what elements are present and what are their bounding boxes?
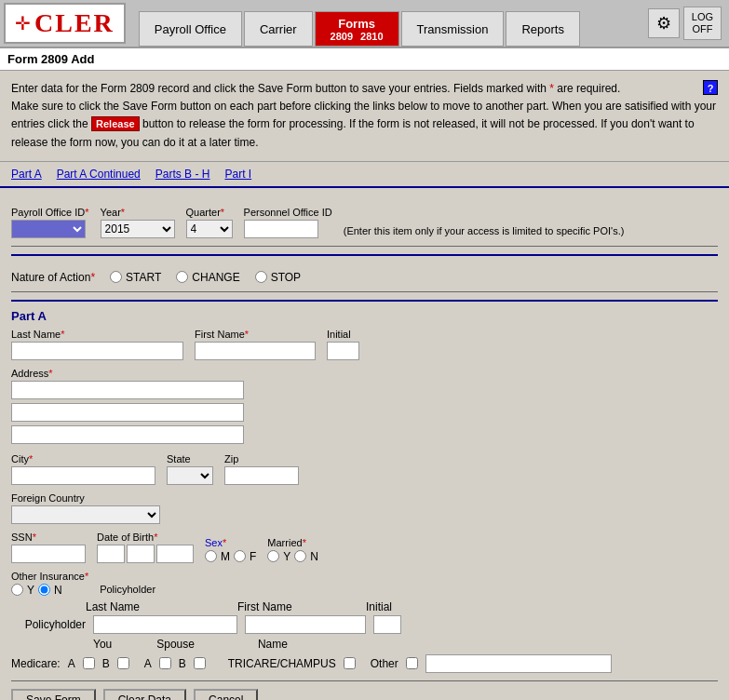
clear-button[interactable]: Clear Data — [103, 689, 186, 700]
zip-group: Zip — [224, 453, 299, 485]
policyholder-group: Policyholder — [100, 584, 155, 597]
address-input-1[interactable] — [11, 381, 244, 399]
payroll-row: Payroll Office ID* Year* 2015 — [11, 207, 718, 238]
medicare-row: Medicare: A B A B TRICARE/CHAMPUS Other — [11, 654, 718, 673]
name-header: Name — [258, 638, 288, 651]
foreign-country-select[interactable] — [11, 505, 160, 524]
city-state-zip-row: City* State Zip — [11, 453, 718, 485]
noa-label: Nature of Action* — [11, 271, 95, 284]
you-b-label: B — [102, 657, 110, 670]
ssn-input[interactable] — [11, 545, 86, 563]
insurance-col-headers: Last Name First Name Initial — [11, 600, 718, 613]
first-name-label: First Name* — [195, 329, 316, 340]
medicare-you-a-checkbox[interactable] — [83, 657, 95, 669]
personnel-office-id-label: Personnel Office ID — [244, 207, 332, 218]
req-marker: * — [549, 82, 554, 95]
other-insurance-n-radio[interactable] — [38, 584, 50, 596]
married-group: Married* Y N — [267, 537, 318, 563]
year-label: Year* — [101, 207, 175, 218]
spouse-a-label: A — [144, 657, 152, 670]
personnel-office-id-input[interactable] — [244, 220, 318, 238]
sex-label: Sex* — [205, 537, 256, 548]
zip-input[interactable] — [224, 466, 299, 485]
part-link-a-continued[interactable]: Part A Continued — [57, 168, 141, 181]
payroll-office-id-label: Payroll Office ID* — [11, 207, 89, 218]
buttons-row: Save Form Clear Data Cancel — [11, 680, 718, 700]
you-header: You — [93, 638, 112, 651]
policyholder-first-name-input[interactable] — [245, 615, 366, 634]
dob-dd-input[interactable] — [127, 545, 155, 563]
tricare-checkbox[interactable] — [344, 657, 356, 669]
info-box: ? Enter data for the Form 2809 record an… — [0, 71, 729, 162]
last-name-col-header: Last Name — [86, 600, 230, 613]
sex-group: Sex* M F — [205, 537, 256, 563]
first-name-input[interactable] — [195, 342, 316, 360]
year-select[interactable]: 2015 — [101, 220, 175, 238]
medicare-spouse-a-checkbox[interactable] — [159, 657, 171, 669]
part-link-b-h[interactable]: Parts B - H — [155, 168, 210, 181]
part-link-a[interactable]: Part A — [11, 168, 42, 181]
payroll-section: Payroll Office ID* Year* 2015 — [11, 199, 718, 247]
tab-forms[interactable]: Forms 2809 2810 — [315, 11, 399, 47]
city-input[interactable] — [11, 466, 155, 485]
address-input-2[interactable] — [11, 403, 244, 422]
state-select[interactable] — [167, 466, 213, 485]
payroll-office-id-select[interactable] — [11, 220, 86, 238]
noa-change-radio[interactable] — [176, 271, 188, 283]
other-name-input[interactable] — [425, 654, 612, 673]
name-row: Last Name* First Name* Initial — [11, 329, 718, 360]
noa-change-group: CHANGE — [176, 271, 239, 284]
medicare-you-b-checkbox[interactable] — [117, 657, 129, 669]
tab-carrier[interactable]: Carrier — [244, 11, 313, 47]
logo-icon: ✛ — [15, 12, 31, 34]
ssn-label: SSN* — [11, 532, 86, 543]
dob-mm-input[interactable] — [97, 545, 125, 563]
noa-stop-radio[interactable] — [255, 271, 267, 283]
tab-reports[interactable]: Reports — [506, 11, 580, 47]
help-icon[interactable]: ? — [703, 80, 718, 95]
other-checkbox[interactable] — [406, 657, 418, 669]
initial-input[interactable] — [327, 342, 359, 360]
sex-f-radio[interactable] — [234, 550, 246, 562]
release-button[interactable]: Release — [91, 116, 140, 131]
address-group: Address* — [11, 368, 718, 446]
medicare-tricare-section: You Spouse Name Medicare: A B A B TRICAR… — [11, 638, 718, 673]
spouse-b-label: B — [179, 657, 186, 670]
state-group: State — [167, 453, 213, 485]
part-links: Part A Part A Continued Parts B - H Part… — [0, 162, 729, 188]
other-insurance-section: Other Insurance* Y N Policyholder — [11, 571, 718, 634]
sex-m-radio[interactable] — [205, 550, 217, 562]
app-logo: ✛ CLER — [4, 3, 126, 44]
form-area: Payroll Office ID* Year* 2015 — [0, 188, 729, 700]
personnel-office-id-group: Personnel Office ID — [244, 207, 332, 238]
tab-payroll[interactable]: Payroll Office — [139, 11, 242, 47]
header-right: ⚙ LOG OFF — [648, 7, 722, 40]
divider-noa — [11, 300, 718, 302]
app-header: ✛ CLER Payroll Office Carrier Forms 2809… — [0, 0, 729, 48]
logo-text: CLER — [34, 8, 115, 38]
married-y-radio[interactable] — [267, 550, 279, 562]
year-group: Year* 2015 — [101, 207, 175, 238]
noa-start-radio[interactable] — [110, 271, 122, 283]
dob-yyyy-input[interactable] — [156, 545, 194, 563]
ssn-dob-row: SSN* Date of Birth* Sex* — [11, 532, 718, 563]
medicare-spouse-b-checkbox[interactable] — [194, 657, 206, 669]
gear-button[interactable]: ⚙ — [648, 8, 680, 38]
quarter-select[interactable]: 4 — [186, 220, 233, 238]
logout-button[interactable]: LOG OFF — [683, 7, 722, 40]
other-insurance-y-radio[interactable] — [11, 584, 23, 596]
noa-stop-group: STOP — [255, 271, 301, 284]
married-n-radio[interactable] — [294, 550, 306, 562]
cancel-button[interactable]: Cancel — [194, 689, 258, 700]
policyholder-last-name-input[interactable] — [93, 615, 237, 634]
save-button[interactable]: Save Form — [11, 689, 96, 700]
dob-group: Date of Birth* — [97, 532, 194, 563]
last-name-input[interactable] — [11, 342, 183, 360]
policyholder-initial-input[interactable] — [373, 615, 401, 634]
noa-start-group: START — [110, 271, 161, 284]
part-link-i[interactable]: Part I — [224, 168, 251, 181]
other-insurance-radios: Y N — [11, 584, 88, 597]
tab-transmission[interactable]: Transmission — [401, 11, 505, 47]
initial-label: Initial — [327, 329, 359, 340]
address-input-3[interactable] — [11, 425, 244, 444]
